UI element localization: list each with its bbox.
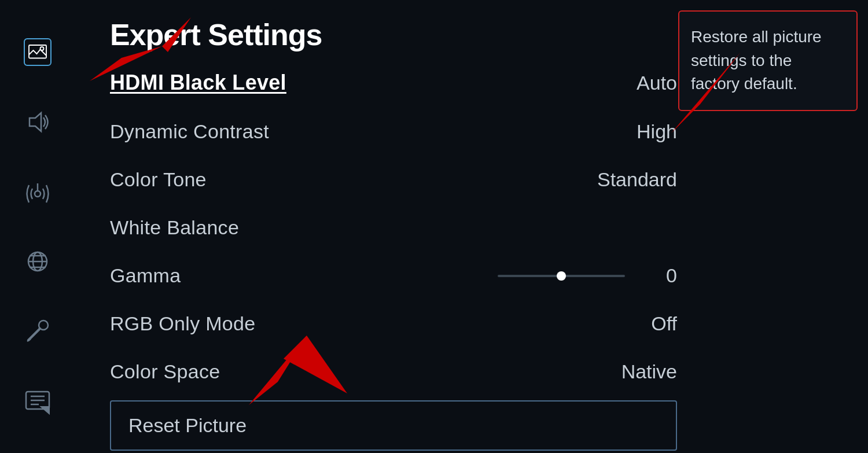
svg-point-3 (35, 191, 41, 197)
setting-value-hdmi-black-level: Auto (561, 72, 677, 94)
setting-label-hdmi-black-level: HDMI Black Level (110, 71, 286, 95)
sidebar-item-help[interactable] (17, 381, 58, 421)
settings-list: HDMI Black Level Auto Dynamic Contrast H… (110, 58, 677, 451)
sidebar (0, 0, 75, 453)
setting-value-rgb-only-mode: Off (561, 312, 677, 335)
setting-value-color-tone: Standard (561, 168, 677, 191)
setting-label-white-balance: White Balance (110, 216, 239, 239)
sidebar-item-broadcast[interactable] (17, 171, 58, 212)
setting-label-rgb-only-mode: RGB Only Mode (110, 312, 255, 335)
sidebar-item-tools[interactable] (17, 311, 58, 351)
sidebar-item-picture[interactable] (17, 32, 58, 72)
main-content: Expert Settings HDMI Black Level Auto Dy… (75, 0, 712, 453)
reset-picture-button[interactable]: Reset Picture (110, 400, 677, 451)
setting-row-hdmi-black-level[interactable]: HDMI Black Level Auto (110, 58, 677, 108)
setting-label-gamma: Gamma (110, 264, 181, 287)
svg-point-11 (39, 321, 48, 330)
svg-marker-18 (41, 407, 49, 414)
svg-point-1 (41, 47, 44, 50)
reset-picture-label: Reset Picture (128, 414, 247, 437)
page-title: Expert Settings (110, 17, 677, 52)
setting-row-gamma[interactable]: Gamma 0 (110, 252, 677, 300)
setting-label-color-tone: Color Tone (110, 168, 207, 191)
setting-value-dynamic-contrast: High (561, 120, 677, 143)
setting-row-dynamic-contrast[interactable]: Dynamic Contrast High (110, 108, 677, 156)
sidebar-item-network[interactable] (17, 241, 58, 282)
tooltip-text: Restore all picture settings to the fact… (691, 28, 822, 93)
setting-value-color-space: Native (561, 360, 677, 383)
setting-label-dynamic-contrast: Dynamic Contrast (110, 120, 269, 143)
setting-row-white-balance[interactable]: White Balance (110, 204, 677, 252)
gamma-thumb (557, 271, 566, 281)
setting-value-gamma: 0 (642, 264, 677, 287)
setting-row-rgb-only-mode[interactable]: RGB Only Mode Off (110, 300, 677, 348)
setting-row-color-tone[interactable]: Color Tone Standard (110, 156, 677, 204)
gamma-slider[interactable] (498, 275, 625, 277)
gamma-controls: 0 (498, 264, 677, 287)
svg-marker-2 (30, 113, 41, 131)
setting-row-color-space[interactable]: Color Space Native (110, 348, 677, 396)
tooltip-box: Restore all picture settings to the fact… (678, 10, 858, 111)
sidebar-item-sound[interactable] (17, 102, 58, 142)
setting-label-color-space: Color Space (110, 360, 220, 383)
